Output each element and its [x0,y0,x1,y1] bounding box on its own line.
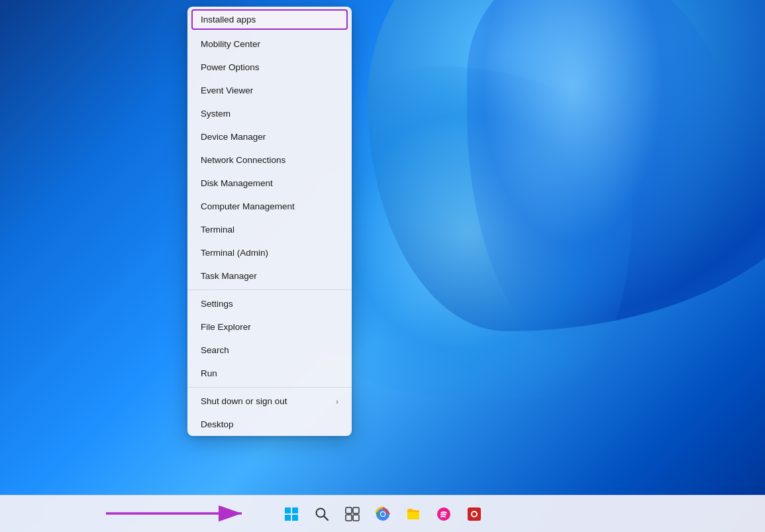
menu-item-network-connections[interactable]: Network Connections [187,148,352,172]
task-view-button[interactable] [339,501,366,527]
svg-rect-2 [285,507,291,513]
app6-button[interactable] [461,501,487,527]
svg-rect-9 [353,507,359,513]
spotify-button[interactable] [431,501,457,527]
svg-rect-11 [353,515,359,521]
menu-item-file-explorer[interactable]: File Explorer [187,315,352,339]
menu-item-computer-management[interactable]: Computer Management [187,195,352,218]
chrome-icon [375,506,391,522]
menu-divider-2 [187,387,352,388]
menu-item-task-manager[interactable]: Task Manager [187,264,352,288]
menu-item-event-viewer[interactable]: Event Viewer [187,79,352,102]
menu-divider-1 [187,290,352,290]
menu-item-shut-down[interactable]: Shut down or sign out › [187,390,352,413]
svg-rect-5 [292,515,298,521]
svg-point-19 [472,512,476,516]
menu-item-power-options[interactable]: Power Options [187,56,352,79]
files-button[interactable] [400,501,427,527]
menu-item-run[interactable]: Run [187,362,352,385]
search-taskbar-button[interactable] [309,501,335,527]
menu-item-desktop[interactable]: Desktop [187,413,352,436]
menu-item-disk-management[interactable]: Disk Management [187,172,352,195]
svg-line-7 [324,516,328,520]
svg-rect-4 [285,515,291,521]
menu-item-system[interactable]: System [187,102,352,125]
search-taskbar-icon [315,507,329,521]
svg-rect-10 [346,515,352,521]
menu-item-settings[interactable]: Settings [187,292,352,315]
menu-item-installed-apps[interactable]: Installed apps [191,9,348,30]
svg-point-15 [381,512,385,516]
arrow-icon [106,504,252,523]
files-icon [405,506,421,522]
menu-item-terminal[interactable]: Terminal [187,218,352,241]
chevron-right-icon: › [336,398,338,405]
arrow-annotation [106,504,252,523]
svg-rect-8 [346,507,352,513]
windows-logo-icon [283,506,299,522]
spotify-icon [436,506,452,522]
chrome-button[interactable] [370,501,396,527]
desktop-background [0,0,765,532]
svg-rect-3 [292,507,298,513]
task-view-icon [345,507,360,521]
menu-item-terminal-admin[interactable]: Terminal (Admin) [187,241,352,264]
menu-item-mobility-center[interactable]: Mobility Center [187,32,352,56]
context-menu: Installed apps Mobility Center Power Opt… [187,7,352,436]
menu-item-search[interactable]: Search [187,339,352,362]
menu-item-device-manager[interactable]: Device Manager [187,125,352,148]
app6-icon [466,506,482,522]
start-button[interactable] [278,501,305,527]
